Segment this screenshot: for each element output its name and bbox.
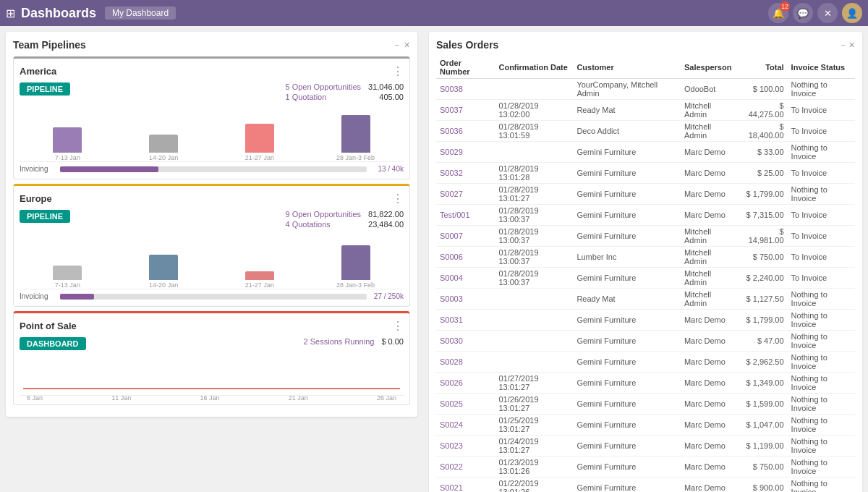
america-stats: 5 Open Opportunities 31,046.00 1 Quotati… (285, 82, 404, 103)
table-header-row: Order Number Confirmation Date Customer … (436, 56, 855, 79)
minimize-icon[interactable]: − (395, 41, 399, 49)
table-row[interactable]: S0036 01/28/2019 13:01:59 Deco Addict Mi… (436, 121, 855, 142)
avatar[interactable]: 👤 (842, 3, 862, 23)
topnav-icons: 🔔 12 💬 ✕ 👤 (768, 3, 862, 23)
cell-order: S0025 (436, 394, 495, 415)
america-invoicing: Invoicing 13 / 40k (20, 165, 404, 173)
dashboard-tab[interactable]: My Dashboard (105, 7, 176, 20)
table-row[interactable]: S0007 01/28/2019 13:00:37 Gemini Furnitu… (436, 226, 855, 247)
europe-opp-link[interactable]: 9 Open Opportunities (285, 210, 361, 219)
chart-label-3: 21-27 Jan (245, 154, 274, 161)
cell-status: To Invoice (788, 100, 855, 121)
cell-order: S0030 (436, 331, 495, 352)
cell-customer: Gemini Furniture (573, 394, 681, 415)
cell-date: 01/28/2019 13:02:00 (495, 100, 573, 121)
so-header: Sales Orders − ✕ (436, 39, 855, 51)
cell-order: S0023 (436, 436, 495, 457)
so-controls: − ✕ (841, 41, 855, 50)
cell-status: Nothing to Invoice (788, 457, 855, 478)
chat-icon-btn[interactable]: 💬 (793, 3, 813, 23)
widget-header: Team Pipelines − ✕ (13, 39, 410, 51)
cell-status: Nothing to Invoice (788, 394, 855, 415)
sales-orders-widget: Sales Orders − ✕ Order Number Confirmati… (429, 32, 862, 492)
table-row[interactable]: S0031 Gemini Furniture Marc Demo $ 1,799… (436, 310, 855, 331)
cell-total: $ 47.00 (739, 331, 787, 352)
europe-opp-val: 81,822.00 (368, 210, 404, 219)
america-pipeline-btn[interactable]: PIPELINE (20, 82, 70, 96)
invoicing-bar-bg-europe (60, 294, 367, 300)
table-row[interactable]: Test/001 01/28/2019 13:00:37 Gemini Furn… (436, 205, 855, 226)
table-row[interactable]: S0025 01/26/2019 13:01:27 Gemini Furnitu… (436, 394, 855, 415)
section-header-america: America ⋮ (20, 64, 404, 78)
invoicing-val-america: 13 / 40k (371, 165, 404, 173)
close-icon: ✕ (824, 8, 832, 19)
table-row[interactable]: S0006 01/28/2019 13:00:37 Lumber Inc Mit… (436, 247, 855, 268)
col-salesperson: Salesperson (681, 56, 739, 79)
table-row[interactable]: S0022 01/23/2019 13:01:26 Gemini Furnitu… (436, 457, 855, 478)
cell-total: $ 750.00 (739, 457, 787, 478)
table-row[interactable]: S0026 01/27/2019 13:01:27 Gemini Furnitu… (436, 373, 855, 394)
pos-label-2: 11 Jan (111, 394, 131, 402)
eu-chart-label-3: 21-27 Jan (245, 281, 274, 289)
close-icon-btn[interactable]: ✕ (817, 3, 838, 23)
table-row[interactable]: S0003 Ready Mat Mitchell Admin $ 1,127.5… (436, 289, 855, 310)
cell-date (495, 352, 573, 373)
europe-pipeline-btn[interactable]: PIPELINE (20, 210, 70, 223)
table-row[interactable]: S0032 01/28/2019 13:01:28 Gemini Furnitu… (436, 163, 855, 184)
cell-customer: Gemini Furniture (573, 205, 681, 226)
cell-order: S0038 (436, 79, 495, 100)
america-quot-link[interactable]: 1 Quotation (285, 93, 326, 101)
table-row[interactable]: S0027 01/28/2019 13:01:27 Gemini Furnitu… (436, 184, 855, 205)
table-row[interactable]: S0037 01/28/2019 13:02:00 Ready Mat Mitc… (436, 100, 855, 121)
cell-date: 01/23/2019 13:01:26 (495, 457, 573, 478)
so-minimize-icon[interactable]: − (841, 41, 846, 50)
europe-menu-icon[interactable]: ⋮ (392, 192, 404, 205)
table-row[interactable]: S0029 Gemini Furniture Marc Demo $ 33.00… (436, 142, 855, 163)
cell-total: $ 14,981.00 (739, 226, 787, 247)
america-menu-icon[interactable]: ⋮ (392, 64, 404, 78)
table-row[interactable]: S0004 01/28/2019 13:00:37 Gemini Furnitu… (436, 268, 855, 289)
col-customer: Customer (573, 56, 681, 79)
table-row[interactable]: S0021 01/22/2019 13:01:26 Gemini Furnitu… (436, 478, 855, 493)
cell-total: $ 100.00 (739, 79, 787, 100)
cell-customer: Gemini Furniture (573, 457, 681, 478)
cell-date (495, 142, 573, 163)
cell-status: Nothing to Invoice (788, 478, 855, 493)
app-title: Dashboards (21, 6, 96, 21)
table-row[interactable]: S0023 01/24/2019 13:01:27 Gemini Furnitu… (436, 436, 855, 457)
america-opp-link[interactable]: 5 Open Opportunities (285, 82, 361, 91)
pos-stats: 2 Sessions Running $ 0.00 (304, 337, 404, 347)
cell-salesperson: Marc Demo (681, 205, 739, 226)
pos-dashboard-btn[interactable]: DASHBOARD (20, 337, 86, 350)
table-row[interactable]: S0028 Gemini Furniture Marc Demo $ 2,962… (436, 352, 855, 373)
notification-bell[interactable]: 🔔 12 (768, 3, 788, 23)
cell-customer: Gemini Furniture (573, 226, 681, 247)
chart-label-2: 14-20 Jan (149, 154, 178, 161)
cell-status: Nothing to Invoice (788, 184, 855, 205)
cell-total: $ 750.00 (739, 247, 787, 268)
pos-menu-icon[interactable]: ⋮ (392, 319, 404, 333)
cell-date: 01/28/2019 13:01:59 (495, 121, 573, 142)
so-close-icon[interactable]: ✕ (848, 41, 855, 50)
right-panel: Sales Orders − ✕ Order Number Confirmati… (423, 26, 868, 492)
pos-title: Point of Sale (20, 321, 77, 331)
europe-quot-link[interactable]: 4 Quotations (285, 220, 330, 229)
table-row[interactable]: S0030 Gemini Furniture Marc Demo $ 47.00… (436, 331, 855, 352)
cell-salesperson: Marc Demo (681, 352, 739, 373)
grid-icon[interactable]: ⊞ (6, 7, 15, 20)
cell-date (495, 289, 573, 310)
close-widget-icon[interactable]: ✕ (404, 41, 410, 50)
cell-salesperson: Marc Demo (681, 436, 739, 457)
pos-label-1: 6 Jan (27, 394, 43, 402)
cell-salesperson: Marc Demo (681, 331, 739, 352)
cell-customer: Gemini Furniture (573, 163, 681, 184)
table-row[interactable]: S0024 01/25/2019 13:01:27 Gemini Furnitu… (436, 415, 855, 436)
table-row[interactable]: S0038 YourCompany, Mitchell Admin OdooBo… (436, 79, 855, 100)
cell-status: To Invoice (788, 121, 855, 142)
cell-status: To Invoice (788, 247, 855, 268)
pos-sessions-link[interactable]: 2 Sessions Running (304, 337, 375, 346)
pos-sessions-val: $ 0.00 (381, 337, 404, 346)
widget-title: Team Pipelines (13, 39, 86, 51)
cell-date (495, 79, 573, 100)
europe-quot-val: 23,484.00 (368, 220, 404, 229)
